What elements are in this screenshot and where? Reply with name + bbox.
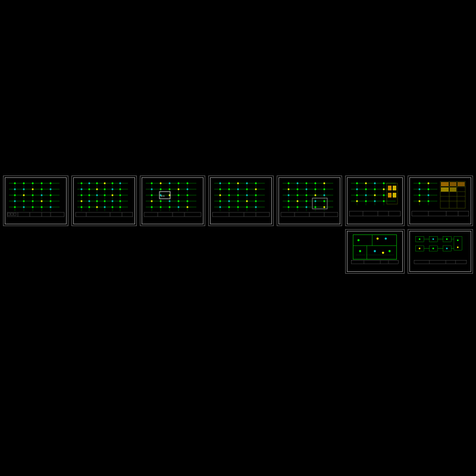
svg-point-160 — [228, 206, 230, 208]
svg-point-15 — [14, 189, 16, 190]
svg-point-72 — [81, 201, 83, 202]
svg-rect-236 — [393, 193, 396, 198]
schematic-5 — [280, 178, 339, 217]
svg-point-114 — [160, 201, 162, 202]
svg-point-184 — [297, 189, 299, 190]
svg-point-191 — [315, 195, 317, 196]
svg-point-189 — [297, 195, 299, 196]
svg-point-59 — [120, 183, 121, 184]
svg-point-282 — [389, 250, 391, 252]
svg-point-104 — [160, 189, 162, 190]
svg-point-19 — [50, 189, 52, 190]
svg-point-118 — [151, 206, 153, 208]
svg-point-68 — [96, 195, 98, 196]
svg-point-63 — [104, 189, 106, 190]
svg-point-12 — [32, 183, 34, 184]
drawing-sheet-4[interactable] — [208, 176, 274, 226]
svg-rect-266 — [458, 182, 465, 186]
svg-point-29 — [50, 201, 52, 202]
drawing-sheet-6[interactable] — [345, 176, 405, 226]
svg-point-145 — [228, 189, 230, 190]
svg-rect-164 — [212, 212, 270, 217]
svg-point-180 — [306, 183, 308, 184]
svg-point-228 — [356, 201, 358, 202]
svg-point-192 — [324, 195, 325, 196]
svg-point-57 — [104, 183, 106, 184]
svg-point-25 — [14, 201, 16, 202]
svg-point-115 — [169, 201, 171, 202]
svg-rect-275 — [367, 246, 396, 259]
svg-rect-237 — [349, 211, 400, 216]
drawing-sheet-8[interactable] — [345, 229, 405, 274]
svg-point-26 — [23, 201, 25, 202]
svg-point-150 — [228, 195, 230, 196]
svg-point-147 — [246, 189, 248, 190]
svg-point-142 — [246, 183, 248, 184]
svg-point-55 — [89, 183, 90, 184]
svg-point-253 — [419, 201, 421, 202]
svg-point-80 — [96, 206, 98, 208]
svg-point-220 — [356, 189, 358, 190]
svg-point-248 — [428, 183, 430, 184]
svg-point-183 — [288, 189, 290, 190]
drawing-sheet-5[interactable] — [277, 176, 342, 226]
svg-point-158 — [255, 201, 257, 202]
svg-point-227 — [383, 195, 385, 196]
svg-point-70 — [112, 195, 114, 196]
svg-point-78 — [81, 206, 83, 208]
svg-point-226 — [374, 195, 376, 196]
svg-rect-42 — [14, 213, 16, 215]
svg-point-152 — [246, 195, 248, 196]
drawing-sheet-2[interactable] — [71, 176, 137, 226]
svg-point-30 — [14, 206, 16, 208]
svg-point-307 — [457, 239, 459, 241]
svg-point-190 — [306, 195, 308, 196]
schematic-2 — [74, 178, 134, 217]
svg-rect-262 — [441, 182, 449, 186]
svg-point-221 — [365, 189, 367, 190]
svg-rect-272 — [353, 235, 372, 246]
svg-point-117 — [187, 201, 189, 202]
svg-point-186 — [315, 189, 317, 190]
svg-rect-41 — [11, 213, 13, 215]
svg-point-161 — [237, 206, 239, 208]
svg-point-254 — [428, 201, 430, 202]
svg-point-83 — [120, 206, 121, 208]
svg-point-64 — [112, 189, 114, 190]
svg-point-187 — [324, 189, 325, 190]
schematic-9 — [411, 232, 470, 265]
svg-point-217 — [365, 183, 367, 184]
svg-point-27 — [32, 201, 34, 202]
svg-point-77 — [120, 201, 121, 202]
svg-point-69 — [104, 195, 106, 196]
svg-point-231 — [383, 201, 385, 202]
svg-point-153 — [255, 195, 257, 196]
svg-point-119 — [160, 206, 162, 208]
svg-point-143 — [255, 183, 257, 184]
svg-point-74 — [96, 201, 98, 202]
svg-point-99 — [160, 183, 162, 184]
svg-point-223 — [383, 189, 385, 190]
drawing-sheet-3[interactable]: Itt — [140, 176, 205, 226]
svg-point-121 — [178, 206, 180, 208]
svg-point-61 — [89, 189, 90, 190]
svg-rect-284 — [352, 261, 399, 264]
drawing-sheet-9[interactable] — [408, 229, 473, 274]
svg-point-112 — [187, 195, 189, 196]
svg-point-197 — [324, 201, 325, 202]
svg-point-120 — [169, 206, 171, 208]
svg-point-82 — [112, 206, 114, 208]
svg-point-14 — [50, 183, 52, 184]
svg-point-146 — [237, 189, 239, 190]
schematic-7 — [411, 178, 470, 217]
drawing-sheet-1[interactable] — [3, 176, 68, 226]
svg-point-276 — [358, 239, 360, 242]
svg-rect-233 — [388, 186, 392, 190]
svg-point-193 — [288, 201, 290, 202]
svg-rect-267 — [412, 211, 469, 216]
svg-point-18 — [41, 189, 43, 190]
svg-point-279 — [359, 250, 361, 252]
svg-point-24 — [50, 195, 52, 196]
svg-point-144 — [220, 189, 221, 190]
drawing-sheet-7[interactable] — [408, 176, 473, 226]
